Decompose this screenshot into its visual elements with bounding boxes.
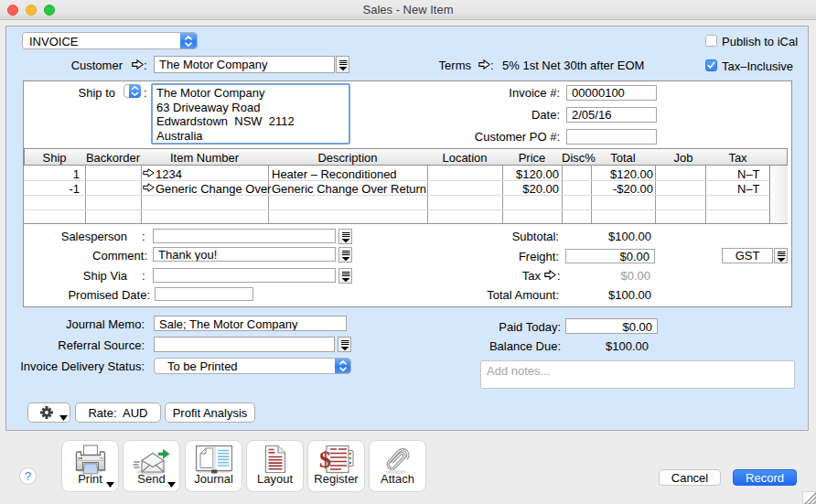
svg-text:$: $: [319, 446, 331, 473]
